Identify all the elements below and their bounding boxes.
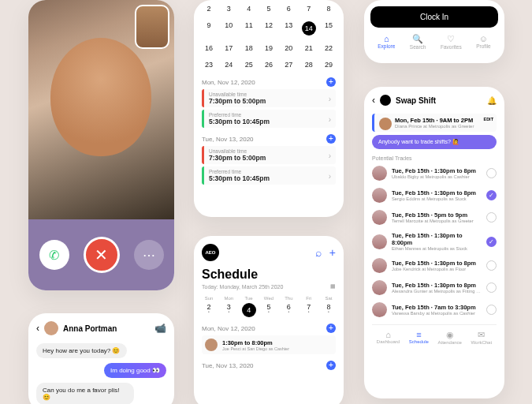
video-call-icon[interactable]: 📹 [154,323,166,334]
search-icon[interactable]: ⌕ [315,246,322,259]
day-number[interactable]: 6• [281,303,296,317]
status-icon [486,305,497,315]
add-shift-button[interactable]: + [326,324,336,333]
face-placeholder [50,38,151,156]
day-number[interactable]: 3• [221,303,236,317]
my-shift-time: Mon, Feb 15th · 9AM to 2PM [395,117,492,124]
calendar-day[interactable]: 19 [262,44,276,52]
calendar-day[interactable]: 6 [281,5,296,13]
calendar-day[interactable]: 4 [242,5,256,13]
calendar-day[interactable]: 22 [322,44,336,52]
my-shift[interactable]: Mon, Feb 15th · 9AM to 2PM Diana Prince … [372,114,497,132]
schedule-card: AEO ⌕ + Schedule Today: Monday, March 25… [194,236,344,404]
status-icon [486,282,497,293]
trade-row[interactable]: Tue, Feb 15th · 1:30pm to 8:00pmEthan Ma… [372,232,497,251]
calendar-day[interactable]: 3 [221,5,236,13]
chevron-right-icon: › [329,151,331,159]
calendar-day[interactable]: 27 [281,61,296,69]
tab-explore[interactable]: ⌂Explore [378,34,395,50]
swap-shift-card: ‹ Swap Shift 🔔 Mon, Feb 15th · 9AM to 2P… [364,87,504,398]
clockin-card: Clock In ⌂Explore🔍Search♡Favorites☺Profi… [364,0,504,63]
trade-row[interactable]: Tue, Feb 15th · 5pm to 9pmTerrell Marcot… [372,210,497,225]
day-number[interactable]: 5• [262,303,276,317]
date-label: Mon, Nov 12, 2020 [202,79,255,86]
day-number[interactable]: 4 [242,303,256,317]
chevron-right-icon: › [329,114,331,123]
time-slot[interactable]: Unavailable time7:30pm to 5:00pm› [202,89,336,107]
tab-search[interactable]: 🔍Search [410,34,426,50]
nav-attendance[interactable]: ◉Attendance [438,330,462,345]
chevron-right-icon: › [329,94,331,103]
back-icon[interactable]: ‹ [372,95,375,106]
chat-message: Can you do me a favor plis! 😊 [36,383,134,404]
calendar-day[interactable]: 14 [302,21,316,36]
day-number[interactable]: 8• [322,303,336,317]
date-label: Mon, Nov 12, 2020 [202,325,255,332]
end-call-button[interactable]: ✕ [84,237,120,273]
availability-card: 2345678910111213141516171819202122232425… [194,0,344,217]
status-icon: ✓ [486,190,497,200]
time-slot[interactable]: Preferred time5:30pm to 10:45pm› [202,110,336,128]
calendar-day[interactable]: 29 [322,61,336,69]
calendar-day[interactable]: 10 [221,21,236,36]
trade-row[interactable]: Tue, Feb 15th · 1:30pm to 8pmSergio Eddi… [372,188,497,203]
add-shift-button[interactable]: + [326,361,336,370]
tab-favorites[interactable]: ♡Favorites [441,34,462,50]
trade-row[interactable]: Tue, Feb 15th · 1:30pm to 8pmJobe Kendri… [372,258,497,273]
chat-message: Im doing good 👀 [104,363,166,378]
calendar-day[interactable]: 13 [281,21,296,36]
avatar [372,302,387,317]
calendar-day[interactable]: 15 [322,21,336,36]
trade-row[interactable]: Tue, Feb 15th · 1:30pm to 8pmUbaldo Bigb… [372,166,497,181]
avatar [372,280,387,295]
potential-trades-label: Potential Trades [372,155,497,161]
tab-profile[interactable]: ☺Profile [476,34,490,50]
calendar-day[interactable]: 25 [242,61,256,69]
calendar-day[interactable]: 8 [322,5,336,13]
avatar [372,210,387,225]
back-icon[interactable]: ‹ [36,323,39,334]
calendar-day[interactable]: 20 [281,44,296,52]
nav-schedule[interactable]: ≡Schedule [409,330,429,345]
calendar-day[interactable]: 17 [221,44,236,52]
calendar-day[interactable]: 24 [221,61,236,69]
time-slot[interactable]: Preferred time5:30pm to 10:45pm› [202,166,336,185]
chat-card: ‹ Anna Portman 📹 Hey how are you today? … [28,313,174,404]
calendar-day[interactable]: 21 [302,44,316,52]
nav-dashboard[interactable]: ⌂Dashboard [377,330,400,345]
calendar-day[interactable]: 2 [202,5,216,13]
status-icon [486,260,497,271]
calendar-day[interactable]: 7 [302,5,316,13]
add-icon[interactable]: + [329,246,336,259]
calendar-day[interactable]: 11 [242,21,256,36]
nav-workchat[interactable]: ✉WorkChat [471,330,493,345]
add-slot-button[interactable]: + [326,77,336,87]
schedule-title: Schedule [202,267,336,282]
calendar-day[interactable]: 16 [202,44,216,52]
calendar-day[interactable]: 5 [262,5,276,13]
shift-row[interactable]: 1:30pm to 8:00pmJoe Pesci at San Diego a… [202,335,336,354]
avatar [44,321,58,335]
edit-button[interactable]: EDIT [483,117,493,122]
more-options-button[interactable]: ⋯ [134,240,164,270]
clock-in-button[interactable]: Clock In [370,6,498,28]
trade-row[interactable]: Tue, Feb 15th · 7am to 3:30pmVanessa Bar… [372,302,497,317]
calendar-day[interactable]: 26 [262,61,276,69]
calendar-day[interactable]: 12 [262,21,276,36]
calendar-icon[interactable]: ▦ [330,283,336,290]
chat-message: Hey how are you today? 😊 [36,343,127,358]
self-preview[interactable] [135,5,169,49]
trade-row[interactable]: Tue, Feb 15th · 1:30pm to 8pmAlexandra G… [372,280,497,295]
bell-icon[interactable]: 🔔 [487,96,497,105]
time-slot[interactable]: Unavailable time7:30pm to 5:00pm› [202,146,336,164]
brand-logo: AEO [202,244,219,261]
calendar-day[interactable]: 9 [202,21,216,36]
add-slot-button[interactable]: + [326,134,336,144]
accept-call-button[interactable]: ✆ [39,240,69,270]
calendar-day[interactable]: 18 [242,44,256,52]
day-number[interactable]: 7• [302,303,316,317]
day-number[interactable]: 2• [202,303,216,317]
status-icon: ✓ [486,237,497,247]
calendar-day[interactable]: 28 [302,61,316,69]
calendar-day[interactable]: 23 [202,61,216,69]
